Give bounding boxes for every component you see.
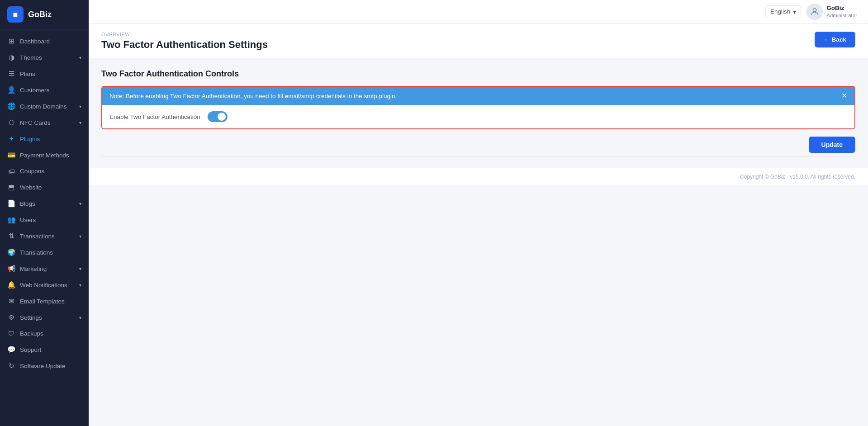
user-menu[interactable]: GoBiz Administrator xyxy=(806,4,857,20)
sidebar-item-web-notifications[interactable]: 🔔 Web Notifications ▾ xyxy=(0,277,89,293)
toggle-label: Enable Two Factor Authentication xyxy=(109,114,200,120)
divider xyxy=(101,156,855,157)
sidebar-label-settings: Settings xyxy=(20,314,75,321)
sidebar-label-custom-domains: Custom Domains xyxy=(20,103,75,110)
custom-domains-icon: 🌐 xyxy=(7,102,15,110)
breadcrumb: OVERVIEW xyxy=(101,32,268,37)
sidebar-item-blogs[interactable]: 📄 Blogs ▾ xyxy=(0,195,89,212)
sidebar-label-themes: Themes xyxy=(20,54,75,61)
language-label: English xyxy=(770,8,790,15)
sidebar-label-blogs: Blogs xyxy=(20,200,75,207)
svg-point-0 xyxy=(813,8,816,11)
sidebar-label-website: Website xyxy=(20,184,81,191)
update-button[interactable]: Update xyxy=(809,137,855,153)
footer: Copyright © GoBiz - v15.0.0. All rights … xyxy=(89,168,868,185)
chevron-down-icon: ▾ xyxy=(793,8,796,15)
alert-close-button[interactable]: ✕ xyxy=(841,92,847,99)
sidebar-logo[interactable]: ■ GoBiz xyxy=(0,0,89,29)
sidebar-item-custom-domains[interactable]: 🌐 Custom Domains ▾ xyxy=(0,98,89,114)
sidebar-label-translations: Translations xyxy=(20,249,81,256)
sidebar-label-dashboard: Dashboard xyxy=(20,38,81,45)
email-templates-icon: ✉ xyxy=(7,297,15,305)
blogs-icon: 📄 xyxy=(7,199,15,208)
users-icon: 👥 xyxy=(7,216,15,224)
sidebar-label-marketing: Marketing xyxy=(20,265,75,272)
sidebar-item-dashboard[interactable]: ⊞ Dashboard xyxy=(0,33,89,49)
marketing-icon: 📢 xyxy=(7,265,15,273)
chevron-icon: ▾ xyxy=(79,283,81,288)
software-update-icon: ↻ xyxy=(7,362,15,370)
sidebar-item-nfc-cards[interactable]: ⬡ NFC Cards ▾ xyxy=(0,114,89,131)
sidebar-item-email-templates[interactable]: ✉ Email Templates xyxy=(0,293,89,309)
sidebar-label-plugins: Plugins xyxy=(20,136,81,142)
payment-methods-icon: 💳 xyxy=(7,151,15,159)
content-area: OVERVIEW Two Factor Authentication Setti… xyxy=(89,24,868,426)
user-name: GoBiz xyxy=(826,4,857,12)
transactions-icon: ⇅ xyxy=(7,232,15,240)
page-header: OVERVIEW Two Factor Authentication Setti… xyxy=(89,24,868,58)
sidebar-label-backups: Backups xyxy=(20,330,81,337)
alert-body: Enable Two Factor Authentication xyxy=(102,105,854,128)
language-selector[interactable]: English ▾ xyxy=(765,5,801,18)
sidebar-item-support[interactable]: 💬 Support xyxy=(0,341,89,358)
sidebar-item-settings[interactable]: ⚙ Settings ▾ xyxy=(0,309,89,326)
back-button[interactable]: ← Back xyxy=(815,32,855,47)
sidebar-item-translations[interactable]: 🌍 Translations xyxy=(0,244,89,260)
sidebar-label-coupons: Coupons xyxy=(20,168,81,175)
coupons-icon: 🏷 xyxy=(7,167,15,175)
sidebar-label-transactions: Transactions xyxy=(20,233,75,240)
sidebar-item-software-update[interactable]: ↻ Software Update xyxy=(0,358,89,374)
translations-icon: 🌍 xyxy=(7,248,15,256)
sidebar-label-customers: Customers xyxy=(20,87,81,94)
alert-banner: Note: Before enabling Two Factor Authent… xyxy=(102,87,854,105)
two-factor-toggle[interactable] xyxy=(208,111,228,122)
chevron-icon: ▾ xyxy=(79,266,81,271)
logo-icon: ■ xyxy=(7,6,24,23)
sidebar-label-nfc-cards: NFC Cards xyxy=(20,119,75,126)
user-role: Administrator xyxy=(826,12,857,19)
support-icon: 💬 xyxy=(7,346,15,354)
chevron-icon: ▾ xyxy=(79,55,81,60)
sidebar-item-transactions[interactable]: ⇅ Transactions ▾ xyxy=(0,228,89,244)
settings-icon: ⚙ xyxy=(7,313,15,322)
topbar: English ▾ GoBiz Administrator xyxy=(89,0,868,24)
section-title: Two Factor Authentication Controls xyxy=(101,69,855,79)
user-text: GoBiz Administrator xyxy=(826,4,857,19)
website-icon: ⬒ xyxy=(7,183,15,191)
themes-icon: ◑ xyxy=(7,53,15,62)
sidebar-item-plugins[interactable]: ✦ Plugins xyxy=(0,131,89,147)
update-area: Update xyxy=(101,129,855,153)
nfc-cards-icon: ⬡ xyxy=(7,118,15,127)
page-title: Two Factor Authentication Settings xyxy=(101,39,268,51)
sidebar-label-support: Support xyxy=(20,346,81,353)
page-content: Two Factor Authentication Controls Note:… xyxy=(89,58,868,168)
avatar xyxy=(806,4,823,20)
sidebar-label-email-templates: Email Templates xyxy=(20,298,81,305)
toggle-slider xyxy=(208,111,228,122)
sidebar-label-payment-methods: Payment Methods xyxy=(20,152,81,159)
two-factor-auth-box: Note: Before enabling Two Factor Authent… xyxy=(101,86,855,129)
logo-text: GoBiz xyxy=(28,10,52,19)
sidebar-item-website[interactable]: ⬒ Website xyxy=(0,179,89,195)
sidebar-item-payment-methods[interactable]: 💳 Payment Methods xyxy=(0,147,89,163)
chevron-icon: ▾ xyxy=(79,201,81,206)
sidebar-label-software-update: Software Update xyxy=(20,363,81,369)
dashboard-icon: ⊞ xyxy=(7,37,15,45)
sidebar-label-web-notifications: Web Notifications xyxy=(20,282,75,289)
sidebar-item-themes[interactable]: ◑ Themes ▾ xyxy=(0,49,89,66)
plans-icon: ☰ xyxy=(7,70,15,78)
sidebar-label-plans: Plans xyxy=(20,71,81,77)
chevron-icon: ▾ xyxy=(79,315,81,320)
alert-note-text: Note: Before enabling Two Factor Authent… xyxy=(109,93,397,99)
sidebar-item-marketing[interactable]: 📢 Marketing ▾ xyxy=(0,260,89,277)
sidebar: ■ GoBiz ⊞ Dashboard ◑ Themes ▾ ☰ Plans 👤… xyxy=(0,0,89,426)
chevron-icon: ▾ xyxy=(79,234,81,239)
plugins-icon: ✦ xyxy=(7,135,15,143)
web-notifications-icon: 🔔 xyxy=(7,281,15,289)
sidebar-item-coupons[interactable]: 🏷 Coupons xyxy=(0,163,89,179)
sidebar-item-backups[interactable]: 🛡 Backups xyxy=(0,326,89,341)
sidebar-item-plans[interactable]: ☰ Plans xyxy=(0,66,89,82)
sidebar-item-users[interactable]: 👥 Users xyxy=(0,212,89,228)
sidebar-label-users: Users xyxy=(20,217,81,223)
sidebar-item-customers[interactable]: 👤 Customers xyxy=(0,82,89,98)
